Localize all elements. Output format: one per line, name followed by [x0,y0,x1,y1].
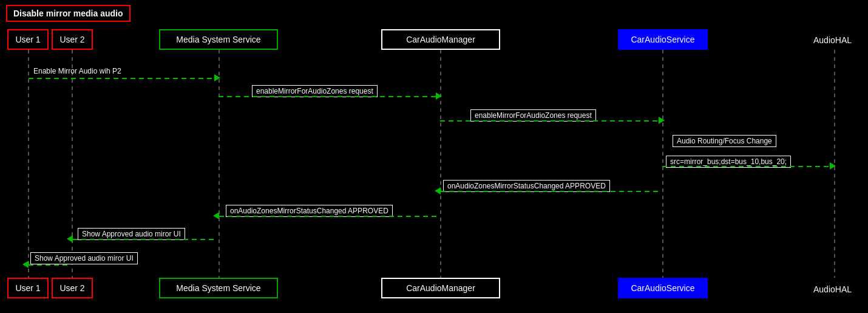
actor-audiohal-top-label: AudioHAL [813,35,852,45]
actor-media-bottom-label: Media System Service [176,283,260,293]
msg-arrow-8 [29,264,71,266]
actor-audiohal-bottom-label: AudioHAL [813,284,852,294]
msg-arrow-3-head [659,117,665,124]
msg-arrow-6 [219,216,439,217]
msg-label-4a: Audio Routing/Focus Change [673,135,776,147]
msg-label-6: onAudioZonesMirrorStatusChanged APPROVED [226,205,393,217]
msg-arrow-4 [662,166,832,167]
msg-arrow-6-head [213,212,219,219]
actor-user2-bottom: User 2 [52,278,93,298]
sequence-diagram: Disable mirror media audio User 1 User 2… [0,0,868,313]
actor-media-top-label: Media System Service [176,35,260,44]
actor-media-bottom: Media System Service [159,278,278,298]
msg-label-7: Show Approved audio miror UI [78,228,185,240]
msg-label-1: Enable Mirror Audio wih P2 [33,67,121,75]
msg-label-2: enableMirrorForAudioZones request [252,85,378,97]
lifeline-user1 [28,50,29,278]
actor-user2-top-label: User 2 [59,35,84,44]
actor-cam-top: CarAudioManager [381,29,500,50]
msg-arrow-1-head [214,74,220,81]
msg-arrow-3 [440,120,661,122]
actor-user1-bottom-label: User 1 [15,283,40,293]
actor-cas-top-label: CarAudioService [631,35,694,44]
actor-cas-bottom: CarAudioService [618,278,708,298]
msg-label-5: onAudioZonesMirrorStatusChanged APPROVED [443,180,610,192]
actor-user1-bottom: User 1 [7,278,49,298]
msg-arrow-5-head [435,187,441,194]
msg-arrow-7 [73,239,217,240]
actor-user1-top-label: User 1 [15,35,40,44]
lifeline-cas [662,50,663,278]
msg-arrow-7-head [67,235,73,242]
actor-cam-bottom: CarAudioManager [381,278,500,298]
lifeline-cam [440,50,441,278]
actor-user2-bottom-label: User 2 [59,283,84,293]
msg-arrow-4-head [830,162,836,170]
actor-audiohal-top: AudioHAL [813,35,852,45]
title-text: Disable mirror media audio [13,9,123,18]
title-box: Disable mirror media audio [6,5,131,22]
msg-arrow-2-head [436,92,442,100]
actor-cas-top: CarAudioService [618,29,708,50]
msg-arrow-8-head [22,261,29,268]
actor-media-top: Media System Service [159,29,278,50]
actor-cas-bottom-label: CarAudioService [631,283,694,293]
actor-audiohal-bottom: AudioHAL [813,284,852,294]
actor-cam-bottom-label: CarAudioManager [406,283,475,293]
lifeline-media [219,50,220,278]
actor-cam-top-label: CarAudioManager [406,35,475,44]
msg-label-8: Show Approved audio miror UI [30,252,138,264]
msg-arrow-5 [441,191,660,192]
actor-user2-top: User 2 [52,29,93,50]
msg-label-3: enableMirrorForAudioZones request [470,109,596,122]
actor-user1-top: User 1 [7,29,49,50]
msg-arrow-2 [219,96,438,97]
msg-arrow-1 [29,78,217,79]
lifeline-user2 [72,50,73,278]
